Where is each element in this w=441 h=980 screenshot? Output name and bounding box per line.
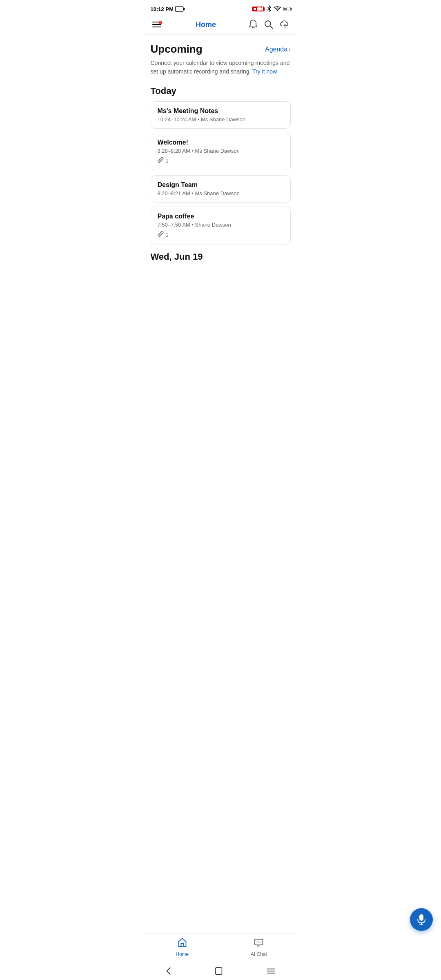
- wednesday-title: Wed, Jun 19: [151, 252, 291, 262]
- menu-line-2: [152, 24, 161, 25]
- meeting-meta-0: 10:24–10:24 AM • Ms Shane Dawson: [158, 116, 284, 122]
- svg-marker-1: [261, 7, 263, 11]
- svg-line-3: [270, 26, 273, 29]
- meeting-title-1: Welcome!: [158, 139, 284, 146]
- clip-icon-3: [158, 231, 164, 238]
- upload-button[interactable]: [280, 20, 290, 29]
- wifi-icon: [274, 6, 281, 13]
- upcoming-header: Upcoming Agenda ›: [151, 43, 291, 56]
- upload-icon: [280, 20, 290, 29]
- rec-dot: [254, 8, 256, 10]
- battery-fill: [284, 8, 287, 10]
- search-icon: [264, 20, 273, 29]
- meeting-meta-2: 8:20–8:21 AM • Ms Shane Dawson: [158, 190, 284, 196]
- status-time: 10:12 PM: [151, 6, 174, 12]
- agenda-label: Agenda: [265, 46, 287, 53]
- bluetooth-icon: [267, 5, 271, 13]
- header-title: Home: [196, 20, 216, 29]
- attachment-icon-3: [158, 231, 164, 239]
- attachment-count-3: 1: [166, 232, 169, 238]
- meeting-meta-1: 8:28–8:28 AM • Ms Shane Dawson: [158, 148, 284, 154]
- svg-rect-0: [257, 7, 261, 11]
- notification-button[interactable]: [249, 20, 258, 29]
- bluetooth-svg: [267, 5, 271, 12]
- bell-icon: [249, 20, 258, 29]
- menu-button[interactable]: [151, 20, 163, 29]
- clip-icon: [158, 157, 164, 164]
- meeting-card-2[interactable]: Design Team 8:20–8:21 AM • Ms Shane Daws…: [151, 175, 291, 203]
- recording-badge: [252, 7, 265, 11]
- menu-notification-dot: [159, 21, 162, 24]
- meeting-card-3[interactable]: Papa coffee 7:50–7:50 AM • Shane Dawson …: [151, 207, 291, 245]
- today-title: Today: [151, 86, 291, 96]
- video-cam-icon: [257, 7, 263, 11]
- menu-line-3: [152, 27, 161, 27]
- meeting-attachments-1: 1: [158, 157, 284, 165]
- battery-icon: [283, 7, 291, 11]
- status-right: [252, 5, 291, 13]
- meeting-title-0: Ms's Meeting Notes: [158, 107, 284, 115]
- screen-record-icon: [175, 6, 183, 12]
- agenda-link[interactable]: Agenda ›: [265, 46, 291, 53]
- meeting-attachments-3: 1: [158, 231, 284, 239]
- try-it-now-link[interactable]: Try it now: [252, 68, 277, 75]
- meeting-meta-3: 7:50–7:50 AM • Shane Dawson: [158, 222, 284, 228]
- meeting-title-3: Papa coffee: [158, 213, 284, 220]
- meeting-card-0[interactable]: Ms's Meeting Notes 10:24–10:24 AM • Ms S…: [151, 101, 291, 129]
- wifi-svg: [274, 6, 281, 11]
- attachment-icon-1: [158, 157, 164, 165]
- meeting-card-1[interactable]: Welcome! 8:28–8:28 AM • Ms Shane Dawson …: [151, 133, 291, 171]
- upcoming-title: Upcoming: [151, 43, 203, 56]
- header-icons: [249, 20, 290, 29]
- meeting-title-2: Design Team: [158, 181, 284, 189]
- main-content: Upcoming Agenda › Connect your calendar …: [144, 35, 297, 303]
- chevron-right-icon: ›: [288, 46, 290, 53]
- status-bar: 10:12 PM: [144, 0, 297, 16]
- upcoming-description: Connect your calendar to view upcoming m…: [151, 59, 291, 76]
- status-left: 10:12 PM: [151, 6, 183, 12]
- attachment-count-1: 1: [166, 158, 169, 164]
- search-button[interactable]: [264, 20, 273, 29]
- header: Home: [144, 16, 297, 35]
